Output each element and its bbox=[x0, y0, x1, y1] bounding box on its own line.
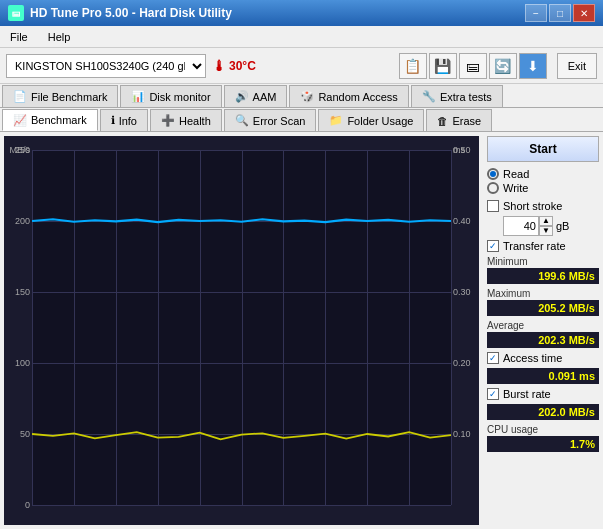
download-icon-btn[interactable]: ⬇ bbox=[519, 53, 547, 79]
extra-tests-label: Extra tests bbox=[440, 91, 492, 103]
stroke-unit: gB bbox=[556, 220, 569, 232]
folder-usage-icon: 📁 bbox=[329, 114, 343, 127]
aam-label: AAM bbox=[253, 91, 277, 103]
average-value: 202.3 MB/s bbox=[487, 332, 599, 348]
menu-help[interactable]: Help bbox=[44, 29, 75, 45]
average-stat: Average 202.3 MB/s bbox=[487, 320, 599, 348]
right-panel: Start Read Write Short stroke ▲ ▼ gB bbox=[483, 132, 603, 529]
transfer-rate-checkbox[interactable]: ✓ bbox=[487, 240, 499, 252]
menu-file[interactable]: File bbox=[6, 29, 32, 45]
tab-erase[interactable]: 🗑 Erase bbox=[426, 109, 492, 131]
y-right-0.10: 0.10 bbox=[453, 429, 471, 439]
error-scan-icon: 🔍 bbox=[235, 114, 249, 127]
stroke-spin-input: ▲ ▼ gB bbox=[503, 216, 599, 236]
burst-rate-checkbox[interactable]: ✓ bbox=[487, 388, 499, 400]
transfer-rate-checkbox-item[interactable]: ✓ Transfer rate bbox=[487, 240, 599, 252]
app-icon: 🖴 bbox=[8, 5, 24, 21]
disk-monitor-icon: 📊 bbox=[131, 90, 145, 103]
copy-icon-btn[interactable]: 📋 bbox=[399, 53, 427, 79]
error-scan-label: Error Scan bbox=[253, 115, 306, 127]
cpu-stat: CPU usage 1.7% bbox=[487, 424, 599, 452]
minimize-button[interactable]: − bbox=[525, 4, 547, 22]
access-time-stat: 0.091 ms bbox=[487, 368, 599, 384]
access-time-value: 0.091 ms bbox=[487, 368, 599, 384]
info-label: Info bbox=[119, 115, 137, 127]
tab-benchmark[interactable]: 📈 Benchmark bbox=[2, 109, 98, 131]
x-label-144: 144 bbox=[276, 523, 291, 525]
start-button[interactable]: Start bbox=[487, 136, 599, 162]
burst-rate-checkbox-item[interactable]: ✓ Burst rate bbox=[487, 388, 599, 400]
access-time-checkbox[interactable]: ✓ bbox=[487, 352, 499, 364]
minimum-value: 199.6 MB/s bbox=[487, 268, 599, 284]
cpu-label: CPU usage bbox=[487, 424, 599, 435]
minimum-label: Minimum bbox=[487, 256, 599, 267]
random-access-label: Random Access bbox=[318, 91, 397, 103]
short-stroke-checkbox[interactable] bbox=[487, 200, 499, 212]
maximize-button[interactable]: □ bbox=[549, 4, 571, 22]
stroke-value-input[interactable] bbox=[503, 216, 539, 236]
access-time-checkbox-item[interactable]: ✓ Access time bbox=[487, 352, 599, 364]
disk-icon-btn[interactable]: 🖴 bbox=[459, 53, 487, 79]
benchmark-icon: 📈 bbox=[13, 114, 27, 127]
tab-file-benchmark[interactable]: 📄 File Benchmark bbox=[2, 85, 118, 107]
drive-select[interactable]: KINGSTON SH100S3240G (240 gB) bbox=[6, 54, 206, 78]
title-bar: 🖴 HD Tune Pro 5.00 - Hard Disk Utility −… bbox=[0, 0, 603, 26]
write-radio-label: Write bbox=[503, 182, 528, 194]
tab-random-access[interactable]: 🎲 Random Access bbox=[289, 85, 408, 107]
burst-rate-stat: 202.0 MB/s bbox=[487, 404, 599, 420]
extra-tests-icon: 🔧 bbox=[422, 90, 436, 103]
file-benchmark-icon: 📄 bbox=[13, 90, 27, 103]
folder-usage-label: Folder Usage bbox=[347, 115, 413, 127]
refresh-icon-btn[interactable]: 🔄 bbox=[489, 53, 517, 79]
x-label-24: 24 bbox=[69, 523, 79, 525]
read-radio-label: Read bbox=[503, 168, 529, 180]
transfer-rate-label: Transfer rate bbox=[503, 240, 566, 252]
y-label-50: 50 bbox=[20, 429, 30, 439]
toolbar-icons: 📋 💾 🖴 🔄 ⬇ bbox=[399, 53, 547, 79]
write-radio-circle[interactable] bbox=[487, 182, 499, 194]
aam-icon: 🔊 bbox=[235, 90, 249, 103]
tab-aam[interactable]: 🔊 AAM bbox=[224, 85, 288, 107]
x-label-216: 216 bbox=[402, 523, 417, 525]
spin-arrows: ▲ ▼ bbox=[539, 216, 553, 236]
spin-down-arrow[interactable]: ▼ bbox=[539, 226, 553, 236]
health-icon: ➕ bbox=[161, 114, 175, 127]
x-label-48: 48 bbox=[111, 523, 121, 525]
random-access-icon: 🎲 bbox=[300, 90, 314, 103]
burst-rate-value: 202.0 MB/s bbox=[487, 404, 599, 420]
tab-health[interactable]: ➕ Health bbox=[150, 109, 222, 131]
short-stroke-checkbox-item[interactable]: Short stroke bbox=[487, 200, 599, 212]
grid-h-bottom bbox=[32, 505, 451, 506]
x-label-0: 0 bbox=[29, 523, 34, 525]
burst-rate-label: Burst rate bbox=[503, 388, 551, 400]
tab-info[interactable]: ℹ Info bbox=[100, 109, 148, 131]
tab-extra-tests[interactable]: 🔧 Extra tests bbox=[411, 85, 503, 107]
chart-area: MB/s 250 200 150 100 50 0 bbox=[4, 136, 479, 525]
window-controls: − □ ✕ bbox=[525, 4, 595, 22]
tabs-row2: 📈 Benchmark ℹ Info ➕ Health 🔍 Error Scan… bbox=[0, 108, 603, 132]
read-radio-item[interactable]: Read bbox=[487, 168, 599, 180]
write-radio-item[interactable]: Write bbox=[487, 182, 599, 194]
y-label-200: 200 bbox=[15, 216, 30, 226]
x-label-72: 72 bbox=[153, 523, 163, 525]
y-right-0.20: 0.20 bbox=[453, 358, 471, 368]
y-label-250: 250 bbox=[15, 145, 30, 155]
minimum-stat: Minimum 199.6 MB/s bbox=[487, 256, 599, 284]
y-right-0.50: 0.50 bbox=[453, 145, 471, 155]
y-label-0: 0 bbox=[25, 500, 30, 510]
benchmark-label: Benchmark bbox=[31, 114, 87, 126]
x-label-96: 96 bbox=[195, 523, 205, 525]
y-right-0.30: 0.30 bbox=[453, 287, 471, 297]
tab-error-scan[interactable]: 🔍 Error Scan bbox=[224, 109, 317, 131]
spin-up-arrow[interactable]: ▲ bbox=[539, 216, 553, 226]
tab-folder-usage[interactable]: 📁 Folder Usage bbox=[318, 109, 424, 131]
maximum-value: 205.2 MB/s bbox=[487, 300, 599, 316]
exit-button[interactable]: Exit bbox=[557, 53, 597, 79]
save-icon-btn[interactable]: 💾 bbox=[429, 53, 457, 79]
title-text: HD Tune Pro 5.00 - Hard Disk Utility bbox=[30, 6, 232, 20]
chart-svg bbox=[32, 150, 451, 505]
read-radio-circle[interactable] bbox=[487, 168, 499, 180]
x-label-192: 192 bbox=[360, 523, 375, 525]
close-button[interactable]: ✕ bbox=[573, 4, 595, 22]
tab-disk-monitor[interactable]: 📊 Disk monitor bbox=[120, 85, 221, 107]
